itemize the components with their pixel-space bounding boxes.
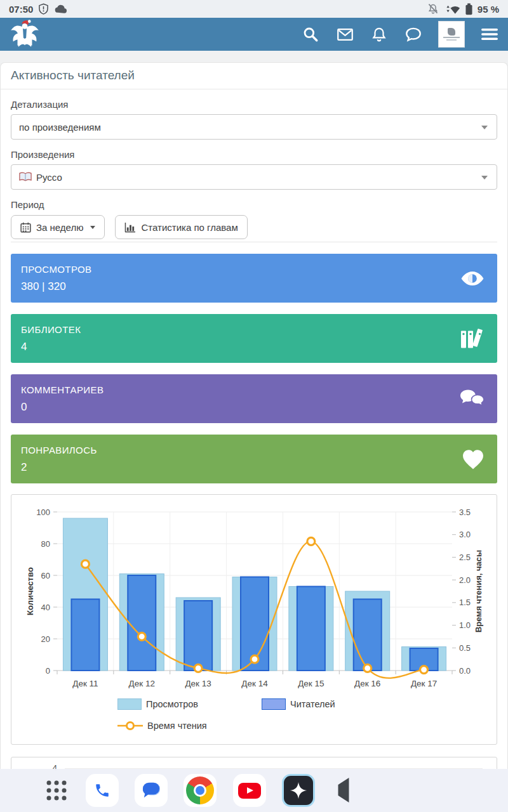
legend-label: Время чтения	[147, 721, 207, 731]
svg-text:Дек 14: Дек 14	[241, 679, 268, 688]
svg-text:20: 20	[41, 634, 50, 644]
activity-chart: 0204060801000.00.51.01.52.02.53.03.5Дек …	[11, 495, 498, 690]
open-book-icon	[19, 172, 32, 182]
chapter-stats-button[interactable]: Статистика по главам	[115, 215, 247, 239]
cloud-icon	[54, 4, 67, 13]
android-nav-bar	[0, 769, 508, 812]
battery-icon	[465, 3, 472, 15]
svg-text:0.0: 0.0	[459, 666, 471, 676]
works-select-value: Руссо	[36, 172, 62, 183]
period-label: Период	[11, 199, 497, 210]
search-icon[interactable]	[301, 25, 320, 44]
svg-text:Дек 17: Дек 17	[411, 679, 437, 688]
svg-text:1.0: 1.0	[459, 620, 471, 630]
svg-text:Количество: Количество	[25, 567, 35, 615]
line-marker	[364, 664, 371, 672]
stat-label: БИБЛИОТЕК	[21, 324, 459, 335]
chevron-down-icon	[481, 176, 488, 180]
svg-text:Время чтения, часы: Время чтения, часы	[474, 550, 483, 632]
main-panel: Активность читателей Детализация по прои…	[0, 62, 508, 812]
chrome-app-icon[interactable]	[184, 774, 217, 807]
app-header	[0, 18, 508, 51]
chevron-down-icon	[90, 226, 95, 229]
line-marker	[251, 655, 258, 663]
svg-text:Дек 12: Дек 12	[129, 679, 155, 688]
svg-text:3.0: 3.0	[459, 530, 471, 539]
mail-icon[interactable]	[335, 25, 354, 44]
stat-label: ПРОСМОТРОВ	[21, 264, 459, 275]
battery-percent: 95 %	[478, 4, 499, 15]
legend-swatch-views	[117, 698, 142, 710]
legend-swatch-readers	[262, 698, 286, 710]
line-marker	[138, 632, 145, 640]
svg-text:Дек 16: Дек 16	[354, 679, 380, 688]
works-select[interactable]: Руссо	[11, 164, 497, 190]
stat-value: 2	[21, 461, 459, 474]
detail-select[interactable]: по произведениям	[11, 114, 497, 140]
line-marker	[194, 664, 202, 672]
stat-card-likes: ПОНРАВИЛОСЬ 2	[11, 435, 497, 483]
stat-value: 0	[21, 401, 459, 414]
chevron-down-icon	[481, 126, 488, 129]
detail-label: Детализация	[11, 99, 497, 110]
eye-icon	[460, 270, 485, 287]
page-title: Активность читателей	[1, 63, 507, 89]
hamburger-icon[interactable]	[480, 25, 499, 44]
period-week-label: За неделю	[36, 222, 83, 233]
svg-text:0.5: 0.5	[459, 643, 471, 653]
svg-text:2.0: 2.0	[459, 575, 471, 585]
avatar-text-line	[446, 39, 457, 41]
app-grid-icon[interactable]	[47, 781, 67, 801]
activity-chart-card: 0204060801000.00.51.01.52.02.53.03.5Дек …	[11, 494, 497, 745]
wifi-updown-icon	[444, 3, 460, 15]
works-label: Произведения	[11, 149, 497, 160]
heart-icon	[462, 449, 485, 469]
bar-chart-icon	[124, 222, 136, 233]
stat-value: 4	[21, 341, 459, 353]
divider	[11, 242, 497, 242]
eagle-book-logo[interactable]	[9, 19, 41, 51]
svg-text:2.5: 2.5	[459, 553, 471, 562]
detail-select-value: по произведениям	[19, 122, 101, 133]
svg-text:Дек 15: Дек 15	[298, 679, 324, 688]
bell-icon[interactable]	[370, 25, 389, 44]
stat-value: 380 | 320	[21, 280, 459, 293]
avatar-image	[448, 28, 455, 36]
period-week-button[interactable]: За неделю	[11, 215, 105, 239]
gemini-app-icon[interactable]	[282, 774, 315, 807]
line-marker	[307, 537, 315, 545]
svg-text:0: 0	[46, 666, 50, 676]
stat-label: КОММЕНТАРИЕВ	[21, 384, 459, 395]
phone-app-icon[interactable]	[86, 774, 119, 807]
stat-label: ПОНРАВИЛОСЬ	[21, 445, 459, 455]
legend-label: Читателей	[290, 699, 335, 709]
svg-text:80: 80	[41, 539, 50, 549]
status-bar: 07:50 95 %	[0, 0, 508, 18]
avatar-text-line	[443, 37, 460, 38]
nav-back-button[interactable]	[338, 785, 349, 796]
legend-item-readers[interactable]: Читателей	[262, 698, 335, 710]
svg-text:40: 40	[41, 603, 50, 612]
svg-text:100: 100	[36, 508, 50, 517]
stat-card-views: ПРОСМОТРОВ 380 | 320	[11, 254, 497, 303]
chat-icon[interactable]	[404, 25, 423, 44]
chapter-stats-label: Статистика по главам	[141, 222, 237, 233]
legend-item-views[interactable]: Просмотров	[117, 698, 198, 710]
svg-text:3.5: 3.5	[459, 508, 471, 517]
status-time: 07:50	[9, 4, 33, 15]
legend-line-marker	[117, 720, 143, 731]
books-icon	[459, 328, 485, 349]
stat-card-libraries: БИБЛИОТЕК 4	[11, 314, 497, 363]
legend-item-reading-time[interactable]: Время чтения	[117, 720, 207, 731]
user-avatar[interactable]	[438, 21, 465, 48]
svg-text:60: 60	[41, 571, 50, 580]
sound-off-icon	[427, 3, 439, 15]
line-marker	[420, 666, 428, 674]
calendar-icon	[20, 222, 31, 233]
messages-app-icon[interactable]	[135, 774, 168, 807]
shield-alert-icon	[38, 3, 49, 15]
stat-card-comments: КОММЕНТАРИЕВ 0	[11, 374, 497, 423]
legend-label: Просмотров	[146, 699, 198, 709]
svg-text:1.5: 1.5	[459, 598, 471, 607]
youtube-app-icon[interactable]	[233, 774, 266, 807]
